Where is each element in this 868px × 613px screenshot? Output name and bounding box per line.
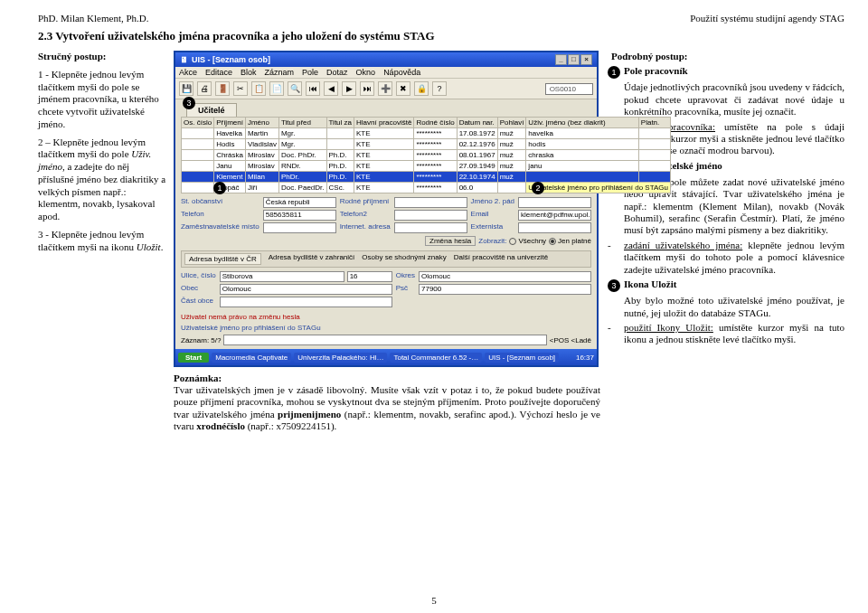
left-heading: Stručný postup: <box>38 51 107 61</box>
menu-blok[interactable]: Blok <box>241 68 257 77</box>
lbl-email: Email <box>471 210 514 221</box>
table-row[interactable]: HodisVladislavMgr.KTE*********02.12.1976… <box>182 139 671 150</box>
lbl-zammisto: Zaměstnavatelské místo <box>181 222 259 233</box>
col-pracoviste: Hlavní pracoviště <box>354 118 414 128</box>
paste-icon[interactable]: 📄 <box>269 81 284 96</box>
col-rc: Rodné číslo <box>414 118 457 128</box>
right-heading: Podrobný postup: <box>611 51 687 62</box>
note-block: Poznámka: Tvar uživatelských jmen je v z… <box>174 373 600 432</box>
fld-obec[interactable]: Olomouc <box>220 284 392 295</box>
task-item[interactable]: UIS - [Seznam osob] <box>485 353 559 363</box>
lbl-externista: Externista <box>471 222 514 233</box>
save-icon[interactable]: 💾 <box>179 81 193 96</box>
fld-rodprij[interactable] <box>394 197 467 208</box>
copy-icon[interactable]: 📋 <box>251 81 266 96</box>
win-buttons[interactable]: _□× <box>554 54 592 65</box>
table-row-selected[interactable]: KlementMilanPhDr.Ph.D.KTE*********22.10.… <box>182 172 671 183</box>
sectab-shodne[interactable]: Osoby se shodnými znaky <box>362 253 446 265</box>
start-button[interactable]: Start <box>178 353 209 363</box>
lbl-jm2pad: Jméno 2. pád <box>471 197 514 208</box>
menubar[interactable]: Akce Editace Blok Záznam Pole Dotaz Okno… <box>175 67 597 79</box>
lbl-psc: Psč <box>396 284 415 295</box>
fld-castobce[interactable] <box>220 297 392 307</box>
step-3: 3 - Klepněte jednou levým tlačítkem myši… <box>38 229 166 254</box>
fld-okres[interactable]: Olomouc <box>419 271 591 282</box>
screenshot: 3 1 2 🖥UIS - [Seznam osob] _□× Akce Edit… <box>174 51 600 367</box>
col-platn: Platn. <box>638 118 670 128</box>
col-jmeno: Jméno <box>245 118 278 128</box>
nav-last-icon[interactable]: ⏭ <box>360 81 374 96</box>
lbl-telefon: Telefon <box>181 210 259 221</box>
menu-zaznam[interactable]: Záznam <box>265 68 295 77</box>
menu-napoveda[interactable]: Nápověda <box>383 68 420 77</box>
menu-dotaz[interactable]: Dotaz <box>326 68 348 77</box>
table-row[interactable]: JanuMiroslavRNDr.Ph.D.KTE*********27.09.… <box>182 161 671 172</box>
col-pohl: Pohlaví <box>497 118 526 128</box>
nav-next-icon[interactable]: ▶ <box>342 81 356 96</box>
fld-cislo[interactable]: 16 <box>347 271 392 282</box>
radio-vsechny[interactable]: Všechny <box>509 237 546 245</box>
lbl-rodprij: Rodné příjmení <box>340 197 391 208</box>
lbl-obec: Obec <box>181 284 216 295</box>
fld-email[interactable]: klement@pdfnw.upol.cz <box>518 210 591 221</box>
task-item[interactable]: Univerzita Palackého: Hl… <box>294 353 387 363</box>
fld-telefon[interactable]: 585635811 <box>263 210 336 221</box>
nav-first-icon[interactable]: ⏮ <box>306 81 320 96</box>
help-icon[interactable]: ? <box>432 81 447 96</box>
fld-intadr[interactable] <box>394 222 467 233</box>
cut-icon[interactable]: ✂ <box>233 81 248 96</box>
uziv-hint: Uživatelské jméno pro přihlášení do STAG… <box>526 183 671 193</box>
lbl-intadr: Internet. adresa <box>340 222 391 233</box>
col-prijmeni: Příjmení <box>214 118 246 128</box>
page-number: 5 <box>431 595 437 606</box>
win-title: 🖥UIS - [Seznam osob] <box>180 55 270 64</box>
del-icon[interactable]: ✖ <box>396 81 410 96</box>
menu-editace[interactable]: Editace <box>205 68 232 77</box>
code-field[interactable]: OS0010 <box>545 83 593 95</box>
badge-1r: 1 <box>608 66 620 79</box>
table-row[interactable]: KropáčJiříDoc. PaedDr.CSc.KTE*********06… <box>182 183 671 193</box>
fld-externista[interactable] <box>518 222 591 233</box>
lbl-zobrazit: Zobrazit: <box>478 237 506 245</box>
lbl-okres: Okres <box>396 271 415 282</box>
col-uziv: Uživ. jméno (bez diakrit) <box>526 118 638 128</box>
grid[interactable]: Os. číslo Příjmení Jméno Titul před Titu… <box>181 117 671 193</box>
zmena-hesla-button[interactable]: Změna hesla <box>425 236 476 246</box>
fld-obcanstvi[interactable]: Česká republi <box>263 197 336 208</box>
menu-akce[interactable]: Akce <box>179 68 197 77</box>
fld-psc[interactable]: 77900 <box>419 284 591 295</box>
detail-form: St. občanstvíČeská republi Rodné příjmen… <box>181 197 591 233</box>
table-row[interactable]: ChráskaMiroslavDoc. PhDr.Ph.D.KTE*******… <box>182 150 671 161</box>
login-field[interactable] <box>223 335 546 345</box>
max-icon[interactable]: □ <box>568 54 580 65</box>
print-icon[interactable]: 🖨 <box>197 81 212 96</box>
fld-telefon2[interactable] <box>394 210 467 221</box>
lock-icon[interactable]: 🔒 <box>414 81 429 96</box>
addr-form: Ulice, číslo Stiborova16 OkresOlomouc Ob… <box>181 271 591 307</box>
sectab-dalsi[interactable]: Další pracoviště na univerzitě <box>454 253 549 265</box>
fld-jm2pad[interactable] <box>518 197 591 208</box>
menu-pole[interactable]: Pole <box>302 68 318 77</box>
exit-icon[interactable]: 🚪 <box>215 81 230 96</box>
record-counter: Záznam: 5/? <box>181 336 221 344</box>
task-item[interactable]: Total Commander 6.52 -… <box>390 353 482 363</box>
taskbar[interactable]: Start Macromedia Captivate Univerzita Pa… <box>175 349 597 365</box>
add-icon[interactable]: ➕ <box>378 81 392 96</box>
fld-zammisto[interactable] <box>263 222 336 233</box>
nav-prev-icon[interactable]: ◀ <box>324 81 338 96</box>
badge-3: 3 <box>183 97 195 109</box>
step-1: 1 - Klepněte jednou levým tlačítkem myši… <box>38 69 166 131</box>
find-icon[interactable]: 🔍 <box>288 81 302 96</box>
clock: 16:37 <box>576 354 594 362</box>
note-heading: Poznámka: <box>174 373 222 383</box>
sectab-adresa-zahr[interactable]: Adresa bydliště v zahraničí <box>269 253 355 265</box>
sectab-adresa-cr[interactable]: Adresa bydliště v ČR <box>184 253 261 265</box>
table-row[interactable]: HavelkaMartinMgr.KTE*********17.08.1972m… <box>182 128 671 139</box>
fld-ulice[interactable]: Stiborova <box>220 271 344 282</box>
menu-okno[interactable]: Okno <box>356 68 376 77</box>
section-tabs[interactable]: Adresa bydliště v ČR Adresa bydliště v z… <box>181 250 591 268</box>
radio-jenplatne[interactable]: Jen platné <box>549 237 591 245</box>
task-item[interactable]: Macromedia Captivate <box>212 353 291 363</box>
min-icon[interactable]: _ <box>555 54 567 65</box>
close-icon[interactable]: × <box>580 54 592 65</box>
